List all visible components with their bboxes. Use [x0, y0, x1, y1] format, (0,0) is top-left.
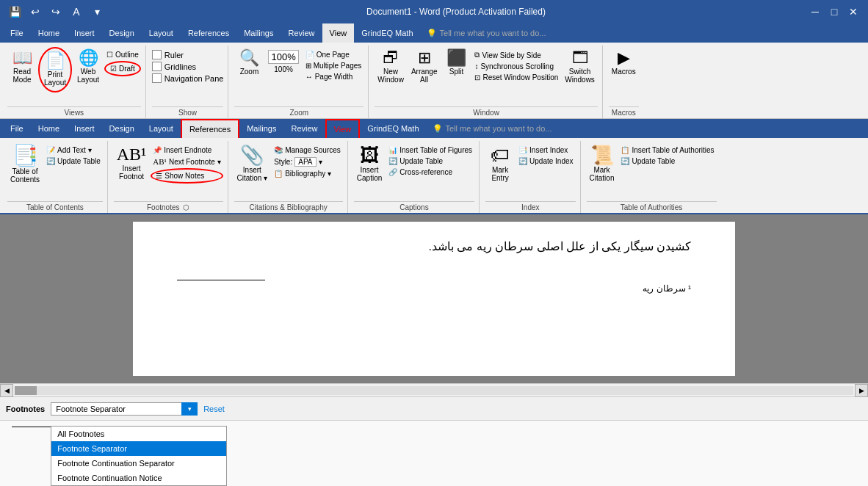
tell-me-top[interactable]: Tell me what you want to do...: [440, 29, 546, 37]
view-side-icon: ⧉: [474, 51, 480, 59]
tab-design-bottom[interactable]: Design: [102, 119, 142, 138]
ruler-checkbox-item[interactable]: Ruler: [152, 50, 224, 59]
show-notes-button[interactable]: ☰ Show Notes: [151, 168, 223, 184]
style-dropdown-icon[interactable]: ▾: [319, 158, 322, 166]
gridlines-checkbox-item[interactable]: Gridlines: [152, 62, 224, 71]
tab-mailings-bottom[interactable]: Mailings: [239, 119, 283, 138]
tab-file-top[interactable]: File: [3, 23, 31, 43]
footnote-type-select[interactable]: [51, 402, 198, 416]
next-footnote-button[interactable]: AB¹ Next Footnote ▾: [151, 156, 223, 167]
ruler-checkbox[interactable]: [152, 50, 162, 59]
update-index-button[interactable]: 🔄 Update Index: [516, 156, 576, 166]
synchronous-scrolling-button[interactable]: ↕ Synchronous Scrolling: [472, 62, 560, 71]
tab-home-top[interactable]: Home: [31, 23, 67, 43]
arrange-all-button[interactable]: ⊞ ArrangeAll: [408, 47, 441, 85]
insert-authorities-button[interactable]: 📋 Insert Table of Authorities: [618, 145, 716, 155]
mark-entry-button[interactable]: 🏷 MarkEntry: [485, 142, 515, 184]
tab-file-bottom[interactable]: File: [3, 119, 31, 138]
read-mode-button[interactable]: 📖 ReadMode: [7, 47, 37, 85]
reset-window-button[interactable]: ⊡ Reset Window Position: [472, 73, 560, 82]
style-select-button[interactable]: Style: APA ▾: [272, 156, 343, 167]
scroll-track[interactable]: [15, 386, 853, 395]
window-items: 🗗 NewWindow ⊞ ArrangeAll ⬛ Split ⧉ View …: [375, 47, 598, 106]
scroll-thumb[interactable]: [15, 386, 37, 395]
zoom-100-button[interactable]: 100% 100%: [265, 47, 301, 75]
tab-references-top[interactable]: References: [181, 23, 236, 43]
insert-index-button[interactable]: 📑 Insert Index: [516, 145, 576, 155]
tab-layout-top[interactable]: Layout: [142, 23, 181, 43]
tab-view-bottom[interactable]: View: [325, 119, 361, 138]
scroll-left-button[interactable]: ◀: [0, 384, 13, 397]
new-window-button[interactable]: 🗗 NewWindow: [375, 47, 407, 85]
gridlines-checkbox[interactable]: [152, 62, 162, 71]
update-toc-button[interactable]: 🔄 Update Table: [44, 156, 103, 166]
bottom-ribbon-tabs: File Home Insert Design Layout Reference…: [0, 119, 868, 138]
insert-caption-button[interactable]: 🖼 InsertCaption: [354, 142, 385, 184]
page-width-button[interactable]: ↔ Page Width: [303, 72, 364, 81]
insert-footnote-button[interactable]: AB¹ InsertFootnot: [114, 142, 150, 182]
redo-icon[interactable]: ↪: [47, 3, 65, 21]
minimize-icon[interactable]: ─: [806, 3, 824, 21]
zoom-button[interactable]: 🔍 Zoom: [234, 47, 264, 77]
mark-citation-button[interactable]: 📜 MarkCitation: [587, 142, 618, 184]
autocorrect-icon[interactable]: A: [68, 3, 85, 21]
switch-windows-button[interactable]: 🗔 SwitchWindows: [562, 47, 598, 85]
print-layout-button[interactable]: 📄 PrintLayout: [38, 47, 72, 93]
tab-grind-top[interactable]: GrindEQ Math: [354, 23, 420, 43]
nav-pane-checkbox[interactable]: [152, 73, 162, 83]
toc-button[interactable]: 📑 Table ofContents: [7, 142, 43, 185]
add-text-button[interactable]: 📝 Add Text ▾: [44, 145, 103, 155]
manage-sources-button[interactable]: 📚 Manage Sources: [272, 145, 343, 155]
scroll-right-button[interactable]: ▶: [855, 384, 868, 397]
tab-review-top[interactable]: Review: [281, 23, 322, 43]
footnotes-expand-icon[interactable]: ⬡: [183, 203, 189, 211]
update-captions-table-button[interactable]: 🔄 Update Table: [386, 156, 474, 166]
tab-layout-bottom[interactable]: Layout: [142, 119, 181, 138]
tab-home-bottom[interactable]: Home: [31, 119, 67, 138]
update-index-label: Update Index: [529, 157, 574, 165]
tab-insert-bottom[interactable]: Insert: [67, 119, 102, 138]
dropdown-icon[interactable]: ▾: [88, 3, 106, 21]
multiple-pages-button[interactable]: ⊞ Multiple Pages: [303, 61, 364, 70]
split-label: Split: [449, 68, 463, 76]
bibliography-button[interactable]: 📋 Bibliography ▾: [272, 169, 343, 178]
reset-button[interactable]: Reset: [203, 405, 225, 413]
insert-endnote-button[interactable]: 📌 Insert Endnote: [151, 145, 223, 155]
tab-grind-bottom[interactable]: GrindEQ Math: [360, 119, 426, 138]
dropdown-item-footnote-separator[interactable]: Footnote Separator: [51, 441, 226, 456]
tell-me-bottom[interactable]: Tell me what you want to do...: [446, 124, 552, 133]
document-page[interactable]: کشیدن سیگار یکی از علل اصلی سرطان ریه می…: [133, 222, 735, 376]
insert-table-figures-button[interactable]: 📊 Insert Table of Figures: [386, 145, 474, 155]
tab-insert-top[interactable]: Insert: [67, 23, 102, 43]
save-icon[interactable]: 💾: [6, 3, 23, 21]
dropdown-item-all-footnotes[interactable]: All Footnotes: [51, 427, 226, 441]
tab-design-top[interactable]: Design: [102, 23, 142, 43]
draft-button[interactable]: ☑ Draft: [104, 61, 141, 76]
restore-icon[interactable]: □: [825, 3, 843, 21]
tab-review-bottom[interactable]: Review: [284, 119, 325, 138]
tab-references-bottom[interactable]: References: [181, 119, 239, 138]
tab-mailings-top[interactable]: Mailings: [236, 23, 281, 43]
insert-table-figures-label: Insert Table of Figures: [399, 146, 472, 154]
split-button[interactable]: ⬛ Split: [441, 47, 471, 77]
one-page-button[interactable]: 📄 One Page: [303, 50, 364, 59]
cross-reference-button[interactable]: 🔗 Cross-reference: [386, 167, 474, 177]
nav-pane-checkbox-item[interactable]: Navigation Pane: [152, 73, 224, 83]
close-icon[interactable]: ✕: [845, 3, 862, 21]
undo-icon[interactable]: ↩: [26, 3, 44, 21]
insert-citation-button[interactable]: 📎 InsertCitation ▾: [234, 142, 271, 184]
footnotes-group-title: Footnotes ⬡: [114, 201, 223, 213]
top-ribbon-tabs: File Home Insert Design Layout Reference…: [0, 23, 868, 43]
web-layout-button[interactable]: 🌐 WebLayout: [73, 47, 103, 85]
tab-view-top[interactable]: View: [322, 23, 355, 43]
horizontal-scrollbar[interactable]: ◀ ▶: [0, 383, 868, 396]
reset-window-label: Reset Window Position: [482, 73, 558, 81]
switch-windows-label: SwitchWindows: [565, 68, 595, 84]
macros-button[interactable]: ▶ Macros: [609, 47, 639, 77]
macros-icon: ▶: [618, 50, 630, 66]
outline-button[interactable]: ☐ Outline: [104, 50, 141, 59]
dropdown-item-continuation-separator[interactable]: Footnote Continuation Separator: [51, 456, 226, 471]
view-side-by-side-button[interactable]: ⧉ View Side by Side: [472, 50, 560, 60]
update-authorities-button[interactable]: 🔄 Update Table: [618, 156, 716, 166]
dropdown-item-continuation-notice[interactable]: Footnote Continuation Notice: [51, 471, 226, 485]
